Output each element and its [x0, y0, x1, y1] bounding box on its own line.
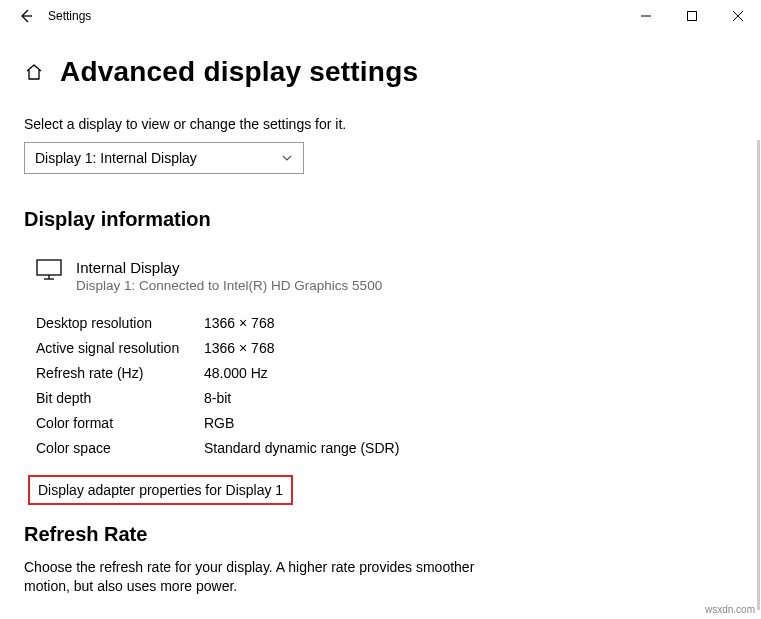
- minimize-icon: [641, 11, 651, 21]
- spec-value: RGB: [204, 411, 234, 436]
- display-adapter-properties-link[interactable]: Display adapter properties for Display 1: [38, 482, 283, 498]
- display-summary: Internal Display Display 1: Connected to…: [36, 259, 737, 293]
- spec-row: Desktop resolution1366 × 768: [36, 311, 737, 336]
- page-header: Advanced display settings: [24, 56, 737, 88]
- display-name: Internal Display: [76, 259, 382, 276]
- vertical-scrollbar[interactable]: [757, 140, 760, 610]
- minimize-button[interactable]: [623, 0, 669, 32]
- spec-value: 48.000 Hz: [204, 361, 268, 386]
- titlebar: Settings: [0, 0, 761, 32]
- svg-rect-5: [37, 260, 61, 275]
- close-icon: [733, 11, 743, 21]
- spec-label: Color format: [36, 411, 204, 436]
- spec-value: 1366 × 768: [204, 311, 274, 336]
- spec-table: Desktop resolution1366 × 768 Active sign…: [36, 311, 737, 461]
- spec-row: Color spaceStandard dynamic range (SDR): [36, 436, 737, 461]
- arrow-left-icon: [18, 8, 34, 24]
- chevron-down-icon: [281, 152, 293, 164]
- home-icon: [24, 62, 44, 82]
- spec-value: Standard dynamic range (SDR): [204, 436, 399, 461]
- maximize-icon: [687, 11, 697, 21]
- content-area: Advanced display settings Select a displ…: [0, 32, 761, 619]
- window-title: Settings: [48, 9, 623, 23]
- monitor-icon: [36, 259, 62, 281]
- back-button[interactable]: [6, 0, 46, 32]
- spec-value: 1366 × 768: [204, 336, 274, 361]
- spec-row: Color formatRGB: [36, 411, 737, 436]
- spec-label: Bit depth: [36, 386, 204, 411]
- window-controls: [623, 0, 761, 32]
- home-button[interactable]: [24, 62, 44, 82]
- display-info-heading: Display information: [24, 208, 737, 231]
- spec-row: Bit depth8-bit: [36, 386, 737, 411]
- close-button[interactable]: [715, 0, 761, 32]
- spec-label: Active signal resolution: [36, 336, 204, 361]
- maximize-button[interactable]: [669, 0, 715, 32]
- spec-label: Desktop resolution: [36, 311, 204, 336]
- spec-value: 8-bit: [204, 386, 231, 411]
- svg-rect-2: [688, 12, 697, 21]
- spec-label: Refresh rate (Hz): [36, 361, 204, 386]
- refresh-rate-description: Choose the refresh rate for your display…: [24, 558, 504, 596]
- refresh-rate-heading: Refresh Rate: [24, 523, 737, 546]
- display-connection: Display 1: Connected to Intel(R) HD Grap…: [76, 278, 382, 293]
- watermark: wsxdn.com: [705, 604, 755, 615]
- display-select-label: Select a display to view or change the s…: [24, 116, 737, 132]
- spec-row: Active signal resolution1366 × 768: [36, 336, 737, 361]
- page-title: Advanced display settings: [60, 56, 418, 88]
- adapter-link-highlight: Display adapter properties for Display 1: [28, 475, 293, 505]
- spec-label: Color space: [36, 436, 204, 461]
- display-select-dropdown[interactable]: Display 1: Internal Display: [24, 142, 304, 174]
- display-select-value: Display 1: Internal Display: [35, 150, 197, 166]
- spec-row: Refresh rate (Hz)48.000 Hz: [36, 361, 737, 386]
